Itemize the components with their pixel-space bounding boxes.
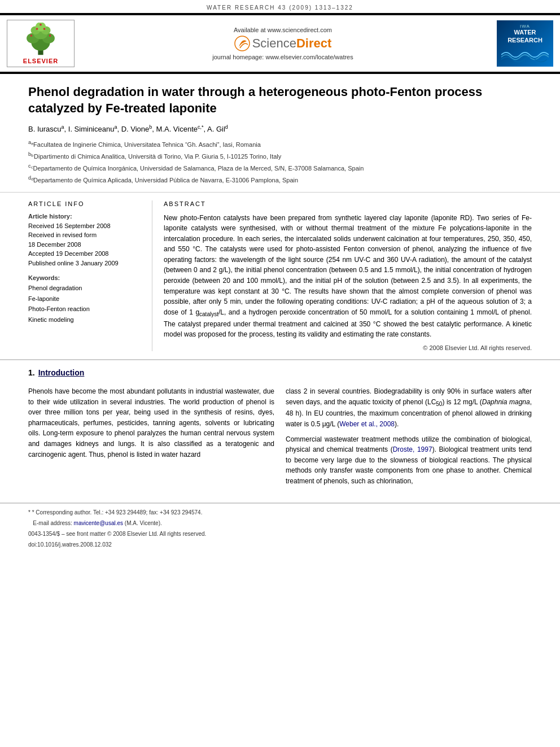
- keywords-section: Keywords: Phenol degradation Fe-laponite…: [28, 274, 143, 325]
- intro-right-paragraph-1: class 2 in several countries. Biodegrada…: [286, 386, 532, 430]
- weber-ref-link[interactable]: Weber et al., 2008: [339, 420, 395, 428]
- footer-license: 0043-1354/$ – see front matter © 2008 El…: [28, 530, 532, 539]
- iwa-label: IWA: [501, 24, 549, 29]
- affiliation-a: aᵃFacultatea de Inginerie Chimica, Unive…: [28, 138, 532, 150]
- wr-title: WATERRESEARCH: [501, 29, 549, 43]
- intro-right-paragraph-2: Commercial wastewater treatment methods …: [286, 434, 532, 487]
- article-main-title: Phenol degradation in water through a he…: [28, 84, 532, 116]
- revised-date: 18 December 2008: [28, 240, 143, 250]
- keyword-2[interactable]: Fe-laponite: [28, 294, 143, 304]
- journal-homepage: journal homepage: www.elsevier.com/locat…: [212, 54, 353, 60]
- footer-email: E-mail address: mavicente@usal.es (M.A. …: [28, 519, 532, 528]
- svg-point-13: [235, 36, 250, 51]
- keywords-label: Keywords:: [28, 274, 143, 281]
- footer-doi: doi:10.1016/j.watres.2008.12.032: [28, 540, 532, 549]
- elsevier-text: ELSEVIER: [23, 58, 58, 64]
- article-info-abstract-section: ARTICLE INFO Article history: Received 1…: [0, 193, 560, 360]
- keyword-4[interactable]: Kinetic modeling: [28, 314, 143, 325]
- sd-leaf-icon: [234, 36, 250, 51]
- introduction-section: 1. Introduction: [0, 360, 560, 382]
- wr-waves-svg: [501, 46, 549, 63]
- accepted-date: Accepted 19 December 2008: [28, 249, 143, 259]
- svg-point-9: [49, 34, 51, 37]
- keyword-1[interactable]: Phenol degradation: [28, 283, 143, 294]
- article-info-label: ARTICLE INFO: [28, 200, 143, 207]
- intro-right-col: class 2 in several countries. Biodegrada…: [286, 386, 532, 491]
- droste-ref-link[interactable]: Droste, 1997: [393, 445, 432, 453]
- footer-section: * * Corresponding author. Tel.: +34 923 …: [0, 503, 560, 556]
- svg-point-11: [43, 28, 46, 30]
- abstract-label: ABSTRACT: [164, 200, 532, 207]
- header-section: ELSEVIER Available at www.sciencedirect.…: [0, 14, 560, 73]
- elsevier-tree-svg: [18, 23, 63, 56]
- affiliations: aᵃFacultatea de Inginerie Chimica, Unive…: [28, 138, 532, 186]
- abstract-col: ABSTRACT New photo-Fenton catalysts have…: [164, 200, 532, 351]
- copyright-line: © 2008 Elsevier Ltd. All rights reserved…: [164, 344, 532, 351]
- authors-line: B. Iurascua, I. Siminiceanua, D. Vioneb,…: [28, 124, 532, 133]
- sciencedirect-text: ScienceDirect: [252, 36, 332, 51]
- available-text: Available at www.sciencedirect.com: [234, 27, 332, 33]
- received-date: Received 16 September 2008: [28, 221, 143, 231]
- sciencedirect-logo: ScienceDirect: [234, 36, 332, 51]
- keyword-3[interactable]: Photo-Fenton reaction: [28, 304, 143, 314]
- article-history-label: Article history:: [28, 213, 143, 220]
- abstract-text: New photo-Fenton catalysts have been pre…: [164, 213, 532, 340]
- section-number: 1.: [28, 368, 35, 379]
- section-title: Introduction: [38, 368, 85, 377]
- email-link[interactable]: mavicente@usal.es: [74, 520, 123, 526]
- affiliation-c: cᶜDepartamento de Química Inorgánica, Un…: [28, 162, 532, 173]
- published-date: Published online 3 January 2009: [28, 259, 143, 268]
- svg-point-12: [40, 24, 42, 26]
- header-center: Available at www.sciencedirect.com Scien…: [80, 27, 485, 60]
- article-title-section: Phenol degradation in water through a he…: [0, 74, 560, 193]
- affiliation-d: dᵈDepartamento de Química Aplicada, Univ…: [28, 174, 532, 185]
- water-research-logo: IWA WATERRESEARCH: [491, 20, 553, 66]
- intro-left-paragraph: Phenols have become the most abundant po…: [28, 386, 274, 460]
- footer-corresponding: * * Corresponding author. Tel.: +34 923 …: [28, 508, 532, 517]
- affiliation-b: bᵇDipartimento di Chimica Analitica, Uni…: [28, 150, 532, 161]
- elsevier-logo: ELSEVIER: [7, 20, 75, 67]
- two-col-body: Phenols have become the most abundant po…: [0, 386, 560, 503]
- page-container: WATER RESEARCH 43 (2009) 1313–1322: [0, 0, 560, 556]
- article-info-col: ARTICLE INFO Article history: Received 1…: [28, 200, 152, 351]
- intro-header: 1. Introduction: [28, 360, 532, 382]
- journal-citation: WATER RESEARCH 43 (2009) 1313–1322: [0, 0, 560, 13]
- intro-left-col: Phenols have become the most abundant po…: [28, 386, 274, 491]
- svg-point-8: [30, 34, 33, 37]
- revised-label: Received in revised form: [28, 230, 143, 240]
- svg-point-10: [36, 28, 38, 30]
